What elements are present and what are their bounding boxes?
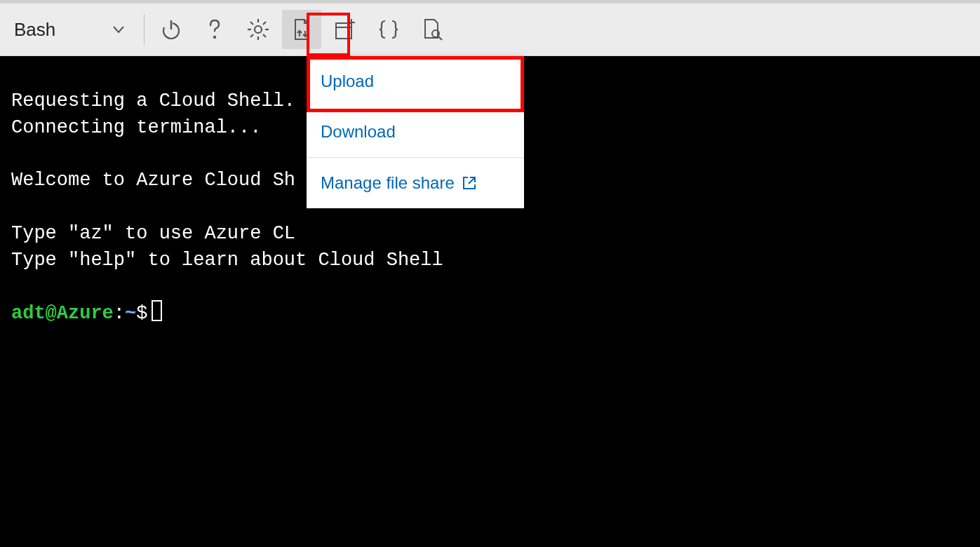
menu-upload-label: Upload	[321, 72, 374, 91]
terminal-line: Requesting a Cloud Shell.	[11, 90, 295, 112]
prompt-dollar: $	[136, 303, 147, 324]
editor-button[interactable]	[369, 10, 408, 49]
file-search-icon	[420, 18, 444, 41]
terminal-line: Welcome to Azure Cloud Sh	[11, 170, 295, 191]
svg-line-11	[263, 22, 266, 25]
menu-manage-label: Manage file share	[321, 173, 455, 193]
preview-button[interactable]	[412, 10, 452, 49]
braces-icon	[377, 18, 401, 41]
restart-button[interactable]	[152, 10, 191, 49]
chevron-down-icon	[112, 22, 126, 36]
new-window-icon	[333, 18, 357, 41]
cloud-shell-toolbar: Bash	[0, 4, 980, 56]
external-link-icon	[462, 175, 477, 191]
file-transfer-icon	[290, 18, 314, 41]
svg-line-9	[263, 34, 266, 37]
help-button[interactable]	[195, 10, 234, 49]
settings-button[interactable]	[239, 10, 278, 49]
terminal-line: Connecting terminal...	[11, 117, 261, 138]
shell-selector[interactable]: Bash	[10, 14, 133, 45]
menu-download-label: Download	[321, 122, 396, 142]
prompt-userhost: adt@Azure	[11, 303, 114, 324]
prompt-colon: :	[114, 303, 125, 324]
menu-upload[interactable]: Upload	[307, 56, 524, 107]
new-session-button[interactable]	[325, 10, 365, 49]
power-icon	[159, 18, 183, 41]
svg-line-17	[438, 36, 442, 40]
toolbar-divider	[144, 14, 145, 45]
terminal-cursor	[152, 300, 162, 321]
shell-selector-label: Bash	[14, 19, 55, 41]
prompt-path: ~	[125, 303, 136, 324]
terminal-line: Type "help" to learn about Cloud Shell	[11, 250, 443, 271]
upload-download-button[interactable]	[282, 10, 321, 49]
svg-line-10	[250, 34, 253, 37]
file-transfer-menu: Upload Download Manage file share	[307, 56, 524, 208]
svg-rect-12	[336, 23, 351, 39]
svg-line-8	[250, 22, 253, 25]
svg-point-3	[255, 26, 262, 33]
terminal-prompt: adt@Azure:~$	[11, 303, 162, 324]
svg-point-2	[213, 36, 216, 39]
menu-download[interactable]: Download	[307, 107, 524, 157]
question-icon	[203, 18, 227, 41]
gear-icon	[246, 18, 270, 41]
menu-manage-file-share[interactable]: Manage file share	[307, 157, 524, 208]
terminal-line: Type "az" to use Azure CL	[11, 223, 295, 244]
